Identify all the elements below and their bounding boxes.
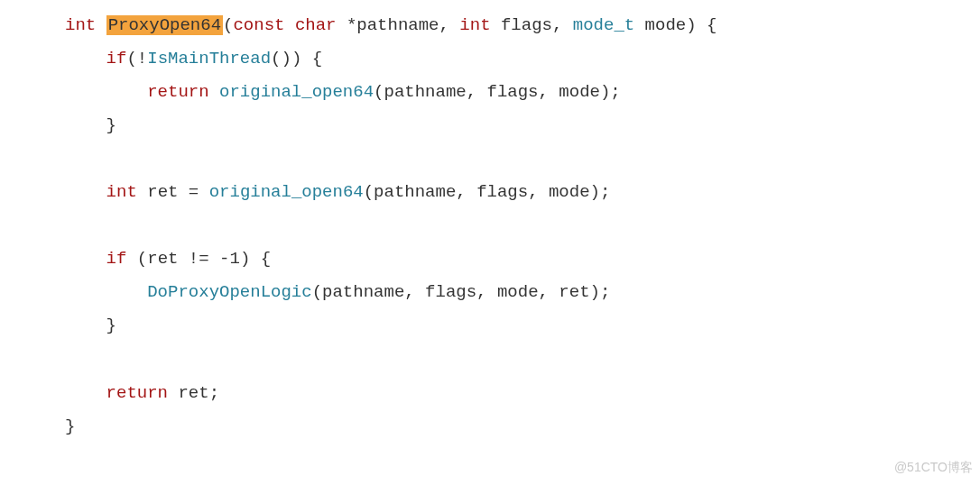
rparen: ) — [240, 249, 250, 269]
lparen: ( — [312, 282, 322, 302]
keyword-return: return — [147, 82, 208, 102]
arg-ret: ret — [559, 282, 589, 302]
id-ret: ret — [147, 182, 178, 202]
keyword-int: int — [65, 15, 96, 35]
keyword-if: if — [106, 249, 127, 269]
arg-mode: mode — [549, 182, 590, 202]
highlighted-function-name: ProxyOpen64 — [106, 15, 223, 35]
keyword-if: if — [106, 49, 127, 69]
semi: ; — [600, 282, 610, 302]
fn-original-open64: original_open64 — [209, 182, 364, 202]
rparen: ) — [590, 182, 600, 202]
lparen: ( — [137, 249, 147, 269]
comma: , — [439, 15, 449, 35]
code-block: int ProxyOpen64(const char *pathname, in… — [0, 0, 980, 444]
comma: , — [539, 82, 549, 102]
rbrace: } — [106, 316, 116, 335]
arg-flags: flags — [476, 182, 528, 202]
keyword-int: int — [106, 182, 137, 202]
comma: , — [539, 282, 549, 302]
rparen: ) — [590, 282, 600, 302]
comma: , — [467, 82, 476, 102]
param-mode: mode — [645, 15, 687, 35]
arg-pathname: pathname — [374, 182, 456, 202]
arg-flags: flags — [487, 82, 539, 102]
semi: ; — [600, 182, 610, 202]
fn-original-open64: original_open64 — [219, 82, 374, 102]
lparen: ( — [374, 82, 384, 102]
bang: ! — [137, 49, 147, 69]
lparen: ( — [223, 15, 233, 35]
param-pathname: pathname — [356, 15, 439, 35]
star: * — [347, 15, 356, 35]
rparen: ) — [686, 15, 696, 35]
neq: != — [189, 249, 209, 269]
fn-do-proxy-open-logic: DoProxyOpenLogic — [147, 282, 311, 302]
keyword-const: const — [233, 15, 284, 35]
lparen: ( — [271, 49, 281, 69]
semi: ; — [209, 383, 219, 403]
eq: = — [189, 182, 199, 202]
comma: , — [476, 282, 486, 302]
lparen: ( — [126, 49, 136, 69]
rbrace: } — [106, 115, 116, 135]
comma: , — [528, 182, 538, 202]
rparen: ) — [291, 49, 301, 69]
comma: , — [456, 182, 466, 202]
type-mode-t: mode_t — [573, 15, 634, 35]
arg-pathname: pathname — [384, 82, 466, 102]
id-ret: ret — [147, 249, 178, 269]
lbrace: { — [707, 15, 717, 35]
comma: , — [552, 15, 562, 35]
rparen: ) — [281, 49, 291, 69]
keyword-return: return — [106, 383, 168, 403]
arg-mode: mode — [559, 82, 600, 102]
watermark-text: @51CTO博客 — [894, 455, 973, 480]
arg-flags: flags — [425, 282, 476, 302]
lparen: ( — [364, 182, 374, 202]
minus1: -1 — [219, 249, 240, 269]
id-ret: ret — [178, 383, 208, 403]
arg-pathname: pathname — [322, 282, 404, 302]
keyword-char: char — [295, 15, 337, 35]
lbrace: { — [261, 249, 271, 269]
fn-is-main-thread: IsMainThread — [147, 49, 271, 69]
param-flags: flags — [501, 15, 552, 35]
rbrace: } — [65, 416, 75, 436]
keyword-int: int — [459, 15, 490, 35]
comma: , — [404, 282, 414, 302]
lbrace: { — [312, 49, 322, 69]
rparen: ) — [600, 82, 610, 102]
semi: ; — [610, 82, 620, 102]
arg-mode: mode — [497, 282, 539, 302]
